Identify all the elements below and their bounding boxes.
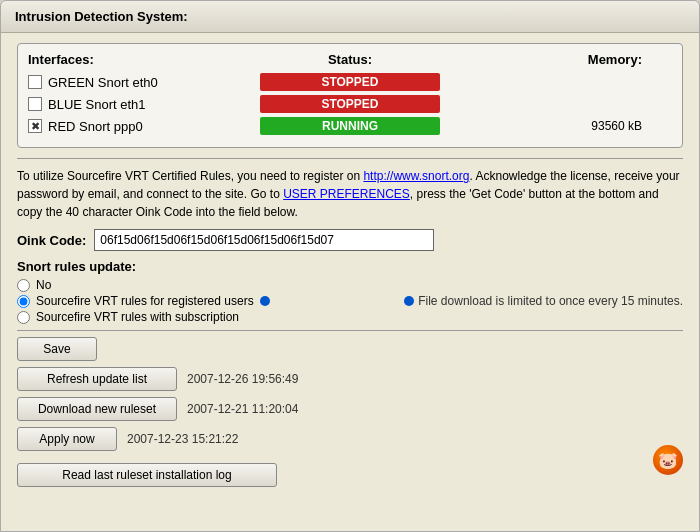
download-note: File download is limited to once every 1… <box>404 294 683 308</box>
divider-1 <box>17 158 683 159</box>
oink-input[interactable] <box>94 229 434 251</box>
user-preferences-link[interactable]: USER PREFERENCES <box>283 187 410 201</box>
status-header: Status: <box>243 52 458 67</box>
read-log-button[interactable]: Read last ruleset installation log <box>17 463 277 487</box>
interface-name-blue: BLUE Snort eth1 <box>48 97 146 112</box>
radio-row-registered: Sourcefire VRT rules for registered user… <box>17 294 270 308</box>
apply-button[interactable]: Apply now <box>17 427 117 451</box>
save-row: Save <box>17 337 683 361</box>
snort-logo-icon: 🐷 <box>653 445 683 475</box>
apply-timestamp: 2007-12-23 15:21:22 <box>127 432 238 446</box>
interface-label-red: ✖ RED Snort ppp0 <box>28 119 243 134</box>
download-button[interactable]: Download new ruleset <box>17 397 177 421</box>
interface-name-green: GREEN Snort eth0 <box>48 75 158 90</box>
divider-2 <box>17 330 683 331</box>
interface-row-red: ✖ RED Snort ppp0 RUNNING 93560 kB <box>28 117 672 135</box>
status-badge-red: RUNNING <box>260 117 440 135</box>
memory-header: Memory: <box>457 52 672 67</box>
radio-subscription-label: Sourcefire VRT rules with subscription <box>36 310 239 324</box>
title-bar: Intrusion Detection System: <box>1 1 699 33</box>
snort-rules-label: Snort rules update: <box>17 259 683 274</box>
refresh-timestamp: 2007-12-26 19:56:49 <box>187 372 298 386</box>
read-log-row: Read last ruleset installation log <box>17 463 277 487</box>
status-badge-green: STOPPED <box>260 73 440 91</box>
interface-label-green: GREEN Snort eth0 <box>28 75 243 90</box>
interface-name-red: RED Snort ppp0 <box>48 119 143 134</box>
radio-row-no: No <box>17 278 683 292</box>
save-button[interactable]: Save <box>17 337 97 361</box>
content-area: Interfaces: Status: Memory: GREEN Snort … <box>1 33 699 531</box>
checkbox-green[interactable] <box>28 75 42 89</box>
radio-group: No Sourcefire VRT rules for registered u… <box>17 278 683 324</box>
memory-red: 93560 kB <box>457 119 672 133</box>
info-text-block: To utilize Sourcefire VRT Certified Rule… <box>17 167 683 221</box>
window-title: Intrusion Detection System: <box>15 9 188 24</box>
oink-label: Oink Code: <box>17 233 86 248</box>
radio-subscription[interactable] <box>17 311 30 324</box>
status-badge-blue: STOPPED <box>260 95 440 113</box>
apply-row: Apply now 2007-12-23 15:21:22 <box>17 427 277 451</box>
download-timestamp: 2007-12-21 11:20:04 <box>187 402 298 416</box>
bottom-section: Save Refresh update list 2007-12-26 19:5… <box>17 337 683 493</box>
radio-row-subscription: Sourcefire VRT rules with subscription <box>17 310 683 324</box>
download-note-text: File download is limited to once every 1… <box>418 294 683 308</box>
oink-row: Oink Code: <box>17 229 683 251</box>
checkbox-blue[interactable] <box>28 97 42 111</box>
interface-row-blue: BLUE Snort eth1 STOPPED <box>28 95 672 113</box>
interfaces-header: Interfaces: Status: Memory: <box>28 52 672 67</box>
radio-no[interactable] <box>17 279 30 292</box>
snort-link[interactable]: http://www.snort.org <box>363 169 469 183</box>
interface-label-blue: BLUE Snort eth1 <box>28 97 243 112</box>
radio-no-label: No <box>36 278 51 292</box>
registered-indicator <box>260 296 270 306</box>
refresh-button[interactable]: Refresh update list <box>17 367 177 391</box>
interface-row-green: GREEN Snort eth0 STOPPED <box>28 73 672 91</box>
interfaces-section: Interfaces: Status: Memory: GREEN Snort … <box>17 43 683 148</box>
download-row: Download new ruleset 2007-12-21 11:20:04 <box>17 397 683 421</box>
bottom-buttons: Apply now 2007-12-23 15:21:22 Read last … <box>17 427 277 493</box>
interfaces-label: Interfaces: <box>28 52 243 67</box>
radio-registered-label: Sourcefire VRT rules for registered user… <box>36 294 254 308</box>
radio-registered[interactable] <box>17 295 30 308</box>
download-note-dot <box>404 296 414 306</box>
snort-rules-section: Snort rules update: No Sourcefire VRT ru… <box>17 259 683 324</box>
main-window: Intrusion Detection System: Interfaces: … <box>0 0 700 532</box>
footer-row: Apply now 2007-12-23 15:21:22 Read last … <box>17 427 683 493</box>
refresh-row: Refresh update list 2007-12-26 19:56:49 <box>17 367 683 391</box>
checkbox-red[interactable]: ✖ <box>28 119 42 133</box>
